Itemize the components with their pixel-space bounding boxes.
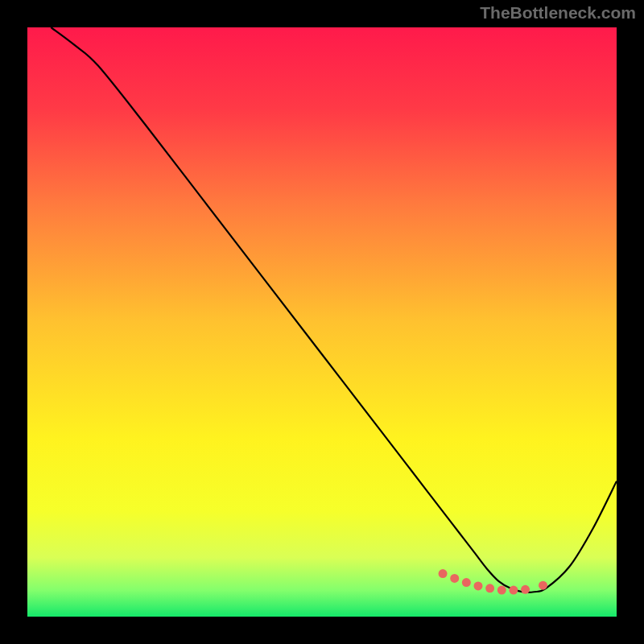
chart-marker xyxy=(539,581,547,590)
chart-marker xyxy=(439,569,448,578)
chart-plot-area xyxy=(27,27,617,617)
chart-marker xyxy=(521,585,530,594)
chart-marker xyxy=(497,586,506,595)
chart-marker xyxy=(485,584,494,592)
chart-marker xyxy=(462,578,471,587)
chart-marker xyxy=(473,581,482,590)
attribution-text: TheBottleneck.com xyxy=(480,3,636,23)
chart-gradient-background xyxy=(27,27,617,617)
chart-marker xyxy=(450,574,459,583)
chart-svg xyxy=(27,27,617,617)
chart-marker xyxy=(509,586,518,595)
